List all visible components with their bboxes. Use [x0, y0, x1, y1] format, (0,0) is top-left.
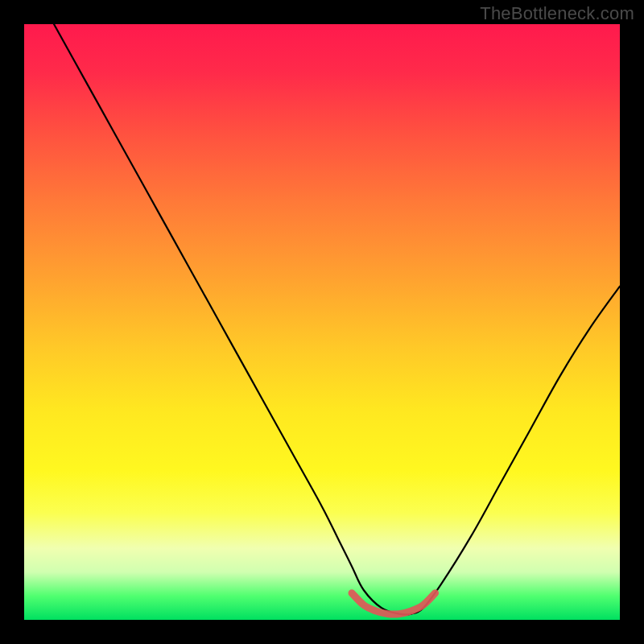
optimal-band-path [352, 593, 436, 614]
chart-frame: TheBottleneck.com [0, 0, 644, 644]
watermark-label: TheBottleneck.com [480, 3, 634, 24]
plot-area [24, 24, 620, 620]
bottleneck-curve-path [54, 24, 620, 615]
chart-svg [24, 24, 620, 620]
